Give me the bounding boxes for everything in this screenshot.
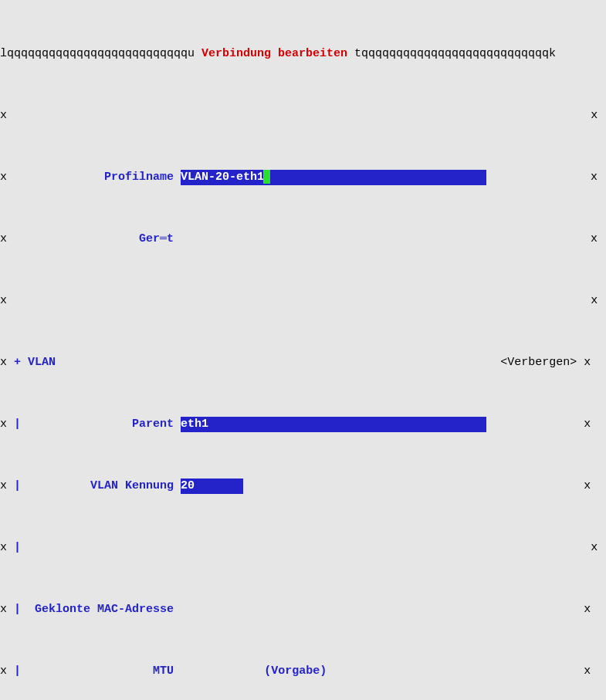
tree-pipe: |: [14, 602, 21, 617]
vlan-hide-button[interactable]: <Verbergen>: [500, 355, 577, 370]
dialog-title: Verbindung bearbeiten: [201, 46, 347, 62]
profile-name-input[interactable]: VLAN-20-eth1: [181, 170, 486, 185]
parent-label: Parent: [132, 417, 174, 432]
border-right: x: [584, 417, 591, 432]
border-right: x: [584, 479, 591, 494]
border-left: x: [0, 540, 7, 556]
tree-pipe: |: [14, 479, 21, 494]
tree-pipe: |: [14, 417, 21, 432]
mtu-default-text: (Vorgabe): [264, 664, 327, 679]
tree-pipe: |: [14, 664, 21, 679]
border-left: x: [0, 232, 7, 247]
border-left: x: [0, 170, 7, 185]
border-right: x: [591, 170, 598, 185]
section-expand-icon[interactable]: +: [14, 355, 21, 370]
parent-input[interactable]: eth1: [181, 417, 486, 432]
nmtui-edit-dialog: lqqqqqqqqqqqqqqqqqqqqqqqqqqu Verbindung …: [0, 0, 606, 700]
border-left: x: [0, 664, 7, 679]
border-right: x: [591, 293, 598, 309]
border-left: x: [0, 417, 7, 432]
vlan-id-label: VLAN Kennung: [90, 479, 174, 494]
tree-pipe: |: [14, 540, 21, 556]
cloned-mac-label: Geklonte MAC-Adresse: [35, 602, 174, 617]
mtu-label: MTU: [153, 664, 174, 679]
vlan-section-label: VLAN: [28, 355, 56, 370]
border-left: x: [0, 355, 7, 370]
border-left: x: [0, 108, 7, 123]
border-left: x: [0, 479, 7, 494]
border-left: x: [0, 293, 7, 309]
border-segment: lqqqqqqqqqqqqqqqqqqqqqqqqqqu: [0, 46, 201, 62]
border-right: x: [584, 355, 591, 370]
border-right: x: [584, 664, 591, 679]
border-right: x: [591, 108, 598, 123]
border-segment: tqqqqqqqqqqqqqqqqqqqqqqqqqqqk: [347, 46, 556, 62]
border-top: lqqqqqqqqqqqqqqqqqqqqqqqqqqu Verbindung …: [0, 46, 606, 62]
device-label: Ger═t: [139, 232, 174, 247]
profile-name-label: Profilname: [104, 170, 174, 185]
border-right: x: [591, 232, 598, 247]
border-right: x: [591, 540, 598, 556]
border-right: x: [584, 602, 591, 617]
vlan-id-input[interactable]: 20: [181, 479, 243, 494]
border-left: x: [0, 602, 7, 617]
